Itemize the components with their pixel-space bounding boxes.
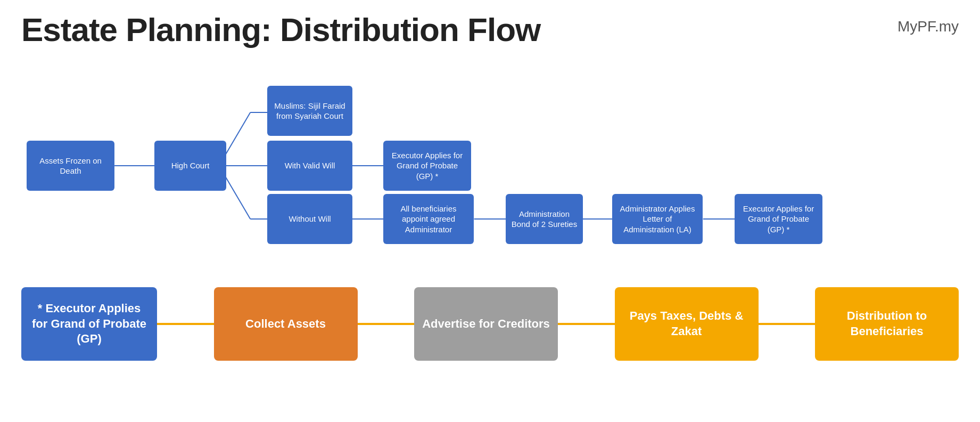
bottom-box-collect: Collect Assets (214, 287, 358, 361)
connector-3 (558, 323, 615, 325)
bottom-row: * Executor Applies for Grand of Probate … (21, 287, 959, 361)
box-executor-gp: Executor Applies for Grand of Probate (G… (383, 141, 471, 191)
bottom-box-gp: * Executor Applies for Grand of Probate … (21, 287, 157, 361)
bottom-box-advertise: Advertise for Creditors (414, 287, 558, 361)
box-muslims: Muslims: Sijil Faraid from Syariah Court (267, 86, 352, 136)
brand-label: MyPF.my (897, 18, 959, 35)
svg-line-4 (224, 174, 250, 219)
page: Estate Planning: Distribution Flow MyPF.… (0, 0, 980, 422)
header: Estate Planning: Distribution Flow MyPF.… (21, 11, 959, 48)
bottom-box-taxes: Pays Taxes, Debts & Zakat (615, 287, 759, 361)
box-all-beneficiaries: All beneficiaries appoint agreed Adminis… (383, 194, 474, 244)
box-executor-gp2: Executor Applies for Grand of Probate (G… (735, 194, 822, 244)
connector-2 (358, 323, 415, 325)
page-title: Estate Planning: Distribution Flow (21, 11, 540, 48)
connector-1 (157, 323, 214, 325)
box-high-court: High Court (154, 141, 226, 191)
svg-line-1 (224, 112, 250, 158)
flow-diagram: Assets Frozen on Death High Court Muslim… (21, 54, 959, 278)
connector-4 (759, 323, 816, 325)
box-without-will: Without Will (267, 194, 352, 244)
box-admin-bond: Administration Bond of 2 Sureties (506, 194, 583, 244)
box-with-will: With Valid Will (267, 141, 352, 191)
box-assets-frozen: Assets Frozen on Death (27, 141, 114, 191)
bottom-box-distribution: Distribution to Beneficiaries (815, 287, 959, 361)
box-admin-la: Administrator Applies Letter of Administ… (612, 194, 703, 244)
